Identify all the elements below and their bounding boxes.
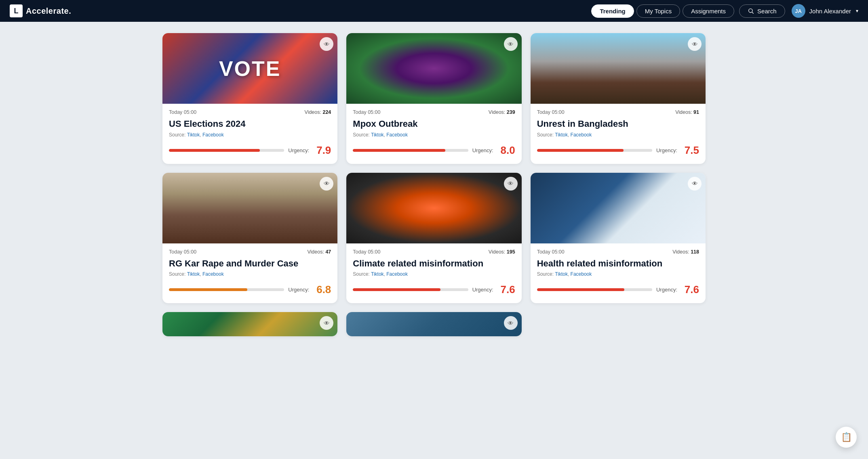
urgency-row: Urgency: 8.0 (353, 144, 515, 157)
svg-line-1 (752, 12, 754, 14)
source-link[interactable]: Tiktok (371, 271, 384, 277)
header: L Accelerate. Trending My Topics Assignm… (0, 0, 868, 22)
user-area[interactable]: JA John Alexander ▾ (792, 4, 858, 18)
card-title: US Elections 2024 (169, 118, 331, 130)
tab-my-topics[interactable]: My Topics (636, 4, 680, 18)
urgency-label: Urgency: (288, 287, 309, 293)
card-source: Source: Tiktok, Facebook (353, 132, 515, 138)
card-title: Unrest in Bangladesh (537, 118, 699, 130)
urgency-bar-fill (169, 288, 247, 291)
svg-point-0 (749, 9, 752, 13)
card-source: Source: Tiktok, Facebook (537, 271, 699, 277)
fab-icon: 📋 (841, 432, 852, 442)
urgency-label: Urgency: (472, 147, 493, 153)
card-meta: Today 05:00 Videos: 224 (169, 109, 331, 115)
eye-icon: 👁 (692, 41, 698, 48)
urgency-bar-track (353, 288, 468, 291)
user-name: John Alexander (809, 8, 851, 15)
eye-button[interactable]: 👁 (688, 177, 702, 191)
urgency-value: 8.0 (497, 144, 515, 157)
tab-trending[interactable]: Trending (591, 4, 634, 18)
card-timestamp: Today 05:00 (169, 109, 196, 115)
urgency-bar-track (169, 288, 284, 291)
eye-button[interactable]: 👁 (320, 177, 333, 191)
urgency-value: 7.6 (497, 283, 515, 296)
card-body: Today 05:00 Videos: 47 RG Kar Rape and M… (162, 243, 337, 304)
urgency-row: Urgency: 7.9 (169, 144, 331, 157)
card-videos: Videos: 47 (307, 249, 331, 255)
eye-icon: 👁 (508, 320, 514, 327)
eye-button[interactable]: 👁 (504, 177, 518, 191)
partial-card-map[interactable]: 👁 (162, 312, 337, 336)
card-timestamp: Today 05:00 (537, 249, 565, 255)
eye-button[interactable]: 👁 (504, 316, 518, 330)
urgency-label: Urgency: (472, 287, 493, 293)
source-link[interactable]: Facebook (202, 271, 224, 277)
urgency-bar-track (537, 288, 652, 291)
source-link[interactable]: Tiktok (187, 132, 200, 138)
urgency-bar-track (537, 149, 652, 152)
card-source: Source: Tiktok, Facebook (169, 132, 331, 138)
card-mpox[interactable]: 👁 Today 05:00 Videos: 239 Mpox Outbreak … (346, 33, 521, 164)
eye-button[interactable]: 👁 (320, 316, 333, 330)
card-source: Source: Tiktok, Facebook (169, 271, 331, 277)
card-videos: Videos: 91 (675, 109, 699, 115)
eye-icon: 👁 (508, 41, 514, 48)
card-body: Today 05:00 Videos: 224 US Elections 202… (162, 104, 337, 164)
urgency-bar-fill (537, 149, 624, 152)
source-link[interactable]: Facebook (571, 271, 592, 277)
fab-button[interactable]: 📋 (836, 427, 857, 448)
search-button[interactable]: Search (739, 4, 785, 18)
eye-button[interactable]: 👁 (688, 37, 702, 51)
urgency-bar-fill (353, 288, 440, 291)
source-link[interactable]: Facebook (386, 271, 408, 277)
eye-icon: 👁 (508, 180, 514, 187)
eye-icon: 👁 (324, 41, 330, 48)
avatar: JA (792, 4, 805, 18)
tab-assignments[interactable]: Assignments (683, 4, 734, 18)
source-link[interactable]: Facebook (386, 132, 408, 138)
card-us-elections[interactable]: 👁 Today 05:00 Videos: 224 US Elections 2… (162, 33, 337, 164)
card-image: 👁 (162, 173, 337, 243)
card-body: Today 05:00 Videos: 195 Climate related … (346, 243, 521, 304)
card-health[interactable]: 👁 Today 05:00 Videos: 118 Health related… (531, 173, 706, 304)
cards-grid: 👁 Today 05:00 Videos: 224 US Elections 2… (162, 33, 706, 303)
source-link[interactable]: Facebook (202, 132, 224, 138)
urgency-bar-fill (353, 149, 445, 152)
urgency-row: Urgency: 6.8 (169, 283, 331, 296)
eye-button[interactable]: 👁 (504, 37, 518, 51)
bottom-partial-cards: 👁 👁 (162, 312, 706, 336)
urgency-bar-fill (537, 288, 625, 291)
card-videos: Videos: 195 (489, 249, 515, 255)
card-image: 👁 (346, 33, 521, 104)
card-bangladesh[interactable]: 👁 Today 05:00 Videos: 91 Unrest in Bangl… (531, 33, 706, 164)
source-link[interactable]: Tiktok (187, 271, 200, 277)
card-rg-kar[interactable]: 👁 Today 05:00 Videos: 47 RG Kar Rape and… (162, 173, 337, 304)
card-body: Today 05:00 Videos: 239 Mpox Outbreak So… (346, 104, 521, 164)
urgency-label: Urgency: (656, 287, 677, 293)
search-label: Search (757, 8, 777, 15)
source-link[interactable]: Tiktok (555, 132, 568, 138)
card-timestamp: Today 05:00 (353, 109, 380, 115)
card-climate[interactable]: 👁 Today 05:00 Videos: 195 Climate relate… (346, 173, 521, 304)
card-meta: Today 05:00 Videos: 239 (353, 109, 515, 115)
urgency-value: 7.5 (681, 144, 699, 157)
card-videos: Videos: 118 (672, 249, 699, 255)
source-link[interactable]: Tiktok (371, 132, 384, 138)
urgency-row: Urgency: 7.6 (353, 283, 515, 296)
card-title: Climate related misinformation (353, 258, 515, 269)
urgency-bar-track (353, 149, 468, 152)
logo-area: L Accelerate. (10, 4, 71, 17)
eye-icon: 👁 (324, 180, 330, 187)
urgency-value: 6.8 (313, 283, 331, 296)
card-meta: Today 05:00 Videos: 195 (353, 249, 515, 255)
app-name: Accelerate. (26, 6, 71, 16)
card-timestamp: Today 05:00 (169, 249, 196, 255)
card-image: 👁 (162, 33, 337, 104)
card-image: 👁 (346, 173, 521, 243)
chevron-down-icon: ▾ (856, 8, 858, 14)
source-link[interactable]: Tiktok (555, 271, 568, 277)
source-link[interactable]: Facebook (571, 132, 592, 138)
card-body: Today 05:00 Videos: 118 Health related m… (531, 243, 706, 304)
partial-card-texture[interactable]: 👁 (346, 312, 521, 336)
